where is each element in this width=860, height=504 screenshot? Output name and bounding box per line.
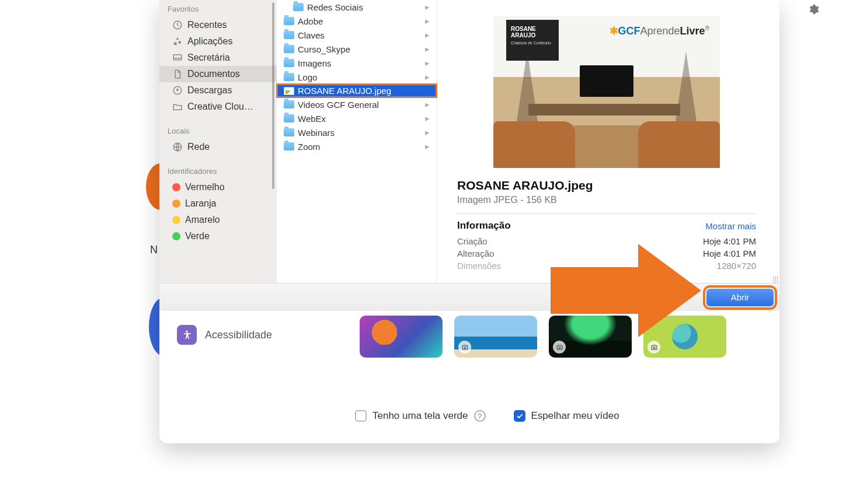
green-screen-checkbox[interactable]: Tenho uma tela verde ? (355, 410, 486, 422)
file-name: WebEx (298, 114, 326, 124)
file-row-rosane-araujo[interactable]: ROSANE ARAUJO.jpeg (277, 84, 437, 97)
mirror-video-checkbox[interactable]: Espelhar meu vídeo (514, 410, 619, 422)
file-row-claves[interactable]: Claves ▸ (277, 28, 437, 42)
file-name: Imagens (298, 58, 332, 68)
sidebar-tag-red[interactable]: Vermelho (159, 179, 277, 195)
file-row-adobe[interactable]: Adobe ▸ (277, 14, 437, 28)
chevron-right-icon: ▸ (425, 72, 430, 82)
tag-dot-icon (172, 216, 180, 224)
file-open-dialog: Favoritos Recentes Aplicações Secretária… (159, 0, 779, 443)
column-resize-handle[interactable]: ||| (772, 274, 778, 283)
open-button[interactable]: Abrir (706, 289, 774, 306)
accessibility-icon (177, 325, 197, 345)
preview-tv (580, 65, 633, 97)
folder-icon (284, 31, 294, 39)
sidebar-item-label: Laranja (185, 198, 216, 209)
svg-point-5 (464, 346, 465, 348)
file-name: Curso_Skype (298, 44, 350, 54)
file-row-webinars[interactable]: Webinars ▸ (277, 125, 437, 139)
sidebar-item-network[interactable]: Rede (159, 139, 277, 155)
clock-icon (172, 20, 183, 30)
sidebar: Favoritos Recentes Aplicações Secretária… (159, 0, 277, 283)
checkbox-icon (355, 410, 367, 422)
sidebar-section-locations: Locais (159, 123, 277, 139)
chevron-right-icon: ▸ (425, 30, 430, 40)
checkbox-label: Espelhar meu vídeo (531, 410, 619, 422)
chevron-right-icon: ▸ (425, 58, 430, 68)
sidebar-item-desktop[interactable]: Secretária (159, 50, 277, 66)
svg-rect-1 (173, 55, 182, 60)
file-row-curso-skype[interactable]: Curso_Skype ▸ (277, 42, 437, 56)
sidebar-tag-orange[interactable]: Laranja (159, 195, 277, 212)
thumb-tiger[interactable] (360, 316, 443, 358)
sidebar-section-favorites: Favoritos (159, 1, 277, 17)
gcf-logo: ✱GCFAprendeLivre® (610, 24, 709, 37)
chevron-right-icon: ▸ (425, 141, 430, 152)
background-settings-panel: Acessibilidade Tenho uma tela verde ? E (159, 311, 779, 443)
folder-icon (284, 100, 294, 108)
sidebar-item-documents[interactable]: Documentos (159, 66, 277, 82)
dialog-action-bar: Abrir (159, 283, 779, 311)
sidebar-section-tags: Identificadores (159, 163, 277, 179)
camera-icon (553, 341, 566, 354)
sidebar-item-label: Descargas (187, 85, 232, 96)
sidebar-item-label: Creative Clou… (187, 102, 253, 112)
sidebar-tag-green[interactable]: Verde (159, 228, 277, 244)
info-row-modified: Alteração Hoje 4:01 PM (457, 247, 756, 260)
file-row-imagens[interactable]: Imagens ▸ (277, 56, 437, 70)
chevron-right-icon: ▸ (425, 2, 430, 12)
sidebar-item-creative-cloud[interactable]: Creative Clou… (159, 99, 277, 115)
folder-icon (284, 59, 294, 67)
file-name: Logo (298, 72, 317, 82)
folder-icon (284, 17, 294, 25)
sidebar-item-applications[interactable]: Aplicações (159, 33, 277, 50)
info-section-title: Informação (457, 220, 511, 232)
folder-icon (284, 142, 294, 150)
chevron-right-icon: ▸ (425, 127, 430, 138)
sidebar-item-label: Documentos (187, 69, 240, 79)
folder-icon (284, 114, 294, 123)
preview-image: ROSANE ARAUJO Criadora de Conteúdo ✱GCFA… (493, 16, 720, 168)
file-name: Videos GCF General (298, 100, 379, 110)
file-list-column: Redes Sociais ▸ Adobe ▸ Claves ▸ Curso_S… (277, 0, 437, 283)
file-name: Adobe (298, 16, 323, 26)
image-file-icon (284, 87, 294, 95)
settings-gear-icon[interactable] (807, 4, 819, 15)
preview-subtitle: Imagem JPEG - 156 KB (457, 195, 756, 205)
info-label: Dimensões (457, 261, 501, 271)
show-more-link[interactable]: Mostrar mais (705, 221, 756, 231)
info-row-created: Criação Hoje 4:01 PM (457, 235, 756, 247)
accessibility-label: Acessibilidade (205, 329, 272, 341)
chevron-right-icon: ▸ (425, 99, 430, 110)
file-row-videos-gcf[interactable]: Videos GCF General ▸ (277, 97, 437, 111)
sidebar-tag-yellow[interactable]: Amarelo (159, 212, 277, 228)
preview-panel: ROSANE ARAUJO Criadora de Conteúdo ✱GCFA… (437, 0, 779, 283)
tag-dot-icon (172, 183, 180, 191)
accessibility-menu-item[interactable]: Acessibilidade (177, 325, 272, 345)
thumb-aurora[interactable] (549, 316, 632, 358)
sidebar-item-recents[interactable]: Recentes (159, 17, 277, 33)
info-label: Alteração (457, 249, 494, 258)
help-icon[interactable]: ? (474, 410, 486, 422)
folder-icon (284, 45, 294, 53)
thumb-earth[interactable] (643, 316, 726, 358)
camera-icon (647, 341, 660, 354)
file-name: Webinars (298, 128, 335, 138)
file-row-logo[interactable]: Logo ▸ (277, 70, 437, 84)
file-row-webex[interactable]: WebEx ▸ (277, 111, 437, 125)
folder-icon (172, 102, 183, 112)
sidebar-item-downloads[interactable]: Descargas (159, 82, 277, 99)
preview-title: ROSANE ARAUJO.jpeg (457, 178, 756, 192)
badge-name: ROSANE ARAUJO (511, 26, 554, 38)
download-icon (172, 85, 183, 96)
checkbox-checked-icon (514, 410, 525, 422)
file-row-redes-sociais[interactable]: Redes Sociais ▸ (277, 0, 437, 14)
file-name: Redes Sociais (307, 2, 363, 12)
thumb-beach[interactable] (454, 316, 537, 358)
file-row-zoom[interactable]: Zoom ▸ (277, 139, 437, 153)
sidebar-item-label: Secretária (187, 52, 230, 63)
chevron-right-icon: ▸ (425, 113, 430, 124)
chevron-right-icon: ▸ (425, 16, 430, 26)
folder-icon (284, 73, 294, 81)
chevron-right-icon: ▸ (425, 44, 430, 54)
